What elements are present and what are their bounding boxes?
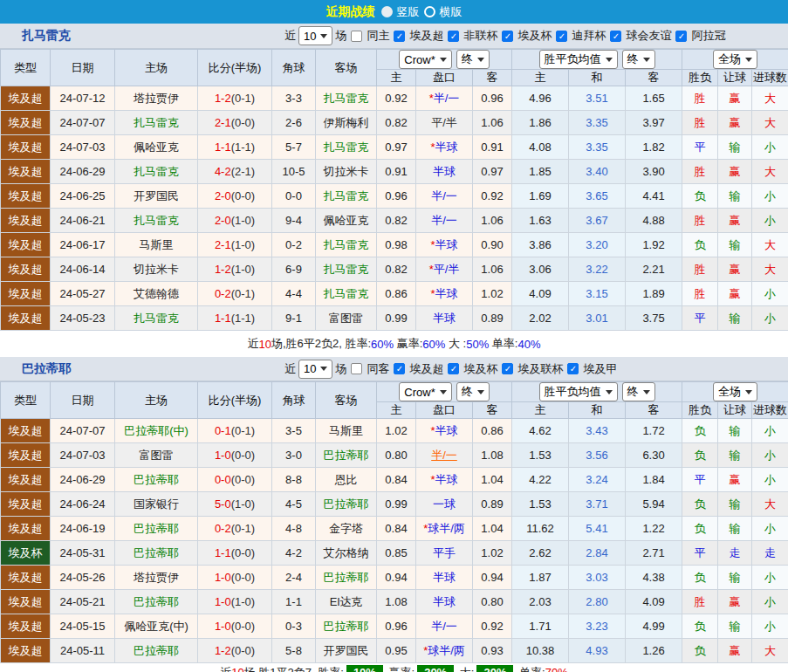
vertical-layout-radio[interactable] <box>381 6 393 17</box>
league-filter-label: 埃及联杯 <box>517 361 563 377</box>
chevron-down-icon <box>477 58 484 62</box>
final-odds-select-2[interactable]: 终 <box>622 382 655 401</box>
full-match-select[interactable]: 全场 <box>713 382 757 401</box>
avg-odds-select[interactable]: 胜平负均值 <box>539 50 618 69</box>
home-odds-cell: 0.98 <box>377 233 416 257</box>
bookmaker-select[interactable]: Crow* <box>399 382 451 401</box>
league-filter-checkbox[interactable]: ✓ <box>502 31 513 42</box>
match-row: 埃及超24-07-07扎马雷克2-1(0-0)2-6伊斯梅利0.82平/半1.0… <box>1 111 788 135</box>
score-cell: 1-2(1-0) <box>198 257 272 282</box>
match-count-select[interactable]: 10 <box>298 360 332 379</box>
score-cell: 1-1(1-1) <box>198 135 272 160</box>
avg-odds-select[interactable]: 胜平负均值 <box>539 382 618 401</box>
league-filter-label: 埃及超 <box>409 361 443 377</box>
same-home-checkbox[interactable] <box>351 31 362 42</box>
league-filter-checkbox[interactable]: ✓ <box>394 363 405 374</box>
avg-away-cell: 4.38 <box>626 566 682 590</box>
handicap-value: 半球 <box>435 424 458 437</box>
bookmaker-select[interactable]: Crow* <box>399 50 451 69</box>
avg-draw-cell: 3.40 <box>569 160 626 184</box>
league-filter-checkbox[interactable]: ✓ <box>556 31 567 42</box>
chevron-down-icon <box>477 390 484 394</box>
league-filter-checkbox[interactable]: ✓ <box>610 31 621 42</box>
col-let-ball: 让球 <box>718 70 752 86</box>
final-odds-select-2[interactable]: 终 <box>622 50 655 69</box>
avg-home-cell: 1.53 <box>512 492 569 517</box>
avg-home-cell: 4.96 <box>512 86 569 111</box>
handicap-cell: 半球 <box>416 160 473 184</box>
avg-home-cell: 4.08 <box>512 135 569 160</box>
match-row: 埃及超24-05-23扎马雷克1-1(1-1)9-1富图雷0.99半球0.892… <box>1 306 788 331</box>
let-ball-result-cell: 赢 <box>718 86 752 111</box>
score-cell: 1-2(0-1) <box>198 86 272 111</box>
goals-result-cell: 小 <box>752 614 788 639</box>
avg-draw-cell: 3.71 <box>569 492 626 517</box>
away-team-cell: 扎马雷克 <box>316 282 377 306</box>
away-odds-cell: 0.93 <box>473 639 512 663</box>
summary-segment: 20% <box>476 665 513 672</box>
league-filter-checkbox[interactable]: ✓ <box>675 31 687 42</box>
avg-away-cell: 4.41 <box>626 184 682 209</box>
avg-home-cell: 2.62 <box>512 541 569 566</box>
home-team-cell: 富图雷 <box>115 443 198 468</box>
let-ball-result-cell: 赢 <box>718 590 752 614</box>
match-row: 埃及超24-05-15佩哈亚克(中)1-0(0-0)0-3巴拉蒂耶0.96半/一… <box>1 614 788 639</box>
league-type-cell: 埃及超 <box>1 135 51 160</box>
layout-radio-group: 竖版 横版 <box>381 4 463 20</box>
final-odds-select-1[interactable]: 终 <box>456 382 490 401</box>
horizontal-layout-radio[interactable] <box>424 6 435 17</box>
result-cell: 胜 <box>682 257 718 282</box>
home-team-cell: 佩哈亚克(中) <box>115 614 198 639</box>
league-filter-checkbox[interactable]: ✓ <box>448 363 459 374</box>
let-ball-result-cell: 输 <box>718 566 752 590</box>
col-result: 胜负 <box>682 402 718 419</box>
chevron-down-icon <box>320 34 327 38</box>
corner-cell: 0-2 <box>272 233 316 257</box>
handicap-cell: 半/一 <box>416 209 473 233</box>
final-odds-select-1[interactable]: 终 <box>456 50 490 69</box>
league-filter-checkbox[interactable]: ✓ <box>502 363 513 374</box>
league-type-cell: 埃及超 <box>1 517 51 541</box>
date-cell: 24-06-21 <box>51 209 115 233</box>
home-odds-cell: 0.91 <box>377 160 416 184</box>
chevron-down-icon <box>606 390 613 394</box>
avg-draw-cell: 3.43 <box>569 419 626 443</box>
date-cell: 24-06-17 <box>51 233 115 257</box>
col-score: 比分(半场) <box>198 382 272 419</box>
half-time-score: (0-0) <box>231 571 255 584</box>
league-type-cell: 埃及超 <box>1 257 51 282</box>
full-time-score: 1-2 <box>215 92 231 105</box>
full-match-select[interactable]: 全场 <box>713 50 757 69</box>
league-filter-checkbox[interactable]: ✓ <box>394 31 405 42</box>
result-cell: 负 <box>682 614 718 639</box>
avg-draw-cell: 3.24 <box>569 468 626 492</box>
avg-home-cell: 4.09 <box>512 282 569 306</box>
result-cell: 负 <box>682 492 718 517</box>
handicap-cell: *半球 <box>416 282 473 306</box>
let-ball-result-cell: 输 <box>718 135 752 160</box>
result-cell: 负 <box>682 566 718 590</box>
goals-result-cell: 大 <box>752 639 788 663</box>
avg-away-cell: 2.71 <box>626 541 682 566</box>
away-team-cell: El达克 <box>316 590 377 614</box>
handicap-value: 半/一 <box>431 189 457 202</box>
avg-draw-cell: 2.84 <box>569 541 626 566</box>
score-cell: 4-2(2-1) <box>198 160 272 184</box>
same-away-checkbox[interactable] <box>351 363 362 374</box>
league-type-cell: 埃及超 <box>1 443 51 468</box>
home-team-cell: 扎马雷克 <box>115 160 198 184</box>
league-filter-checkbox[interactable]: ✓ <box>448 31 459 42</box>
result-cell: 负 <box>682 443 718 468</box>
league-filter-checkbox[interactable]: ✓ <box>567 363 579 374</box>
away-odds-cell: 1.04 <box>473 468 512 492</box>
avg-away-cell: 1.84 <box>626 468 682 492</box>
half-time-score: (1-1) <box>231 312 255 325</box>
corner-cell: 5-8 <box>272 639 316 663</box>
summary-segment: 近 <box>220 665 231 672</box>
home-odds-cell: 0.95 <box>377 639 416 663</box>
league-type-cell: 埃及杯 <box>1 541 51 566</box>
goals-result-cell: 大 <box>752 111 788 135</box>
match-count-select[interactable]: 10 <box>298 26 332 45</box>
col-avg-draw: 和 <box>569 402 626 419</box>
recent-label: 近 <box>284 28 296 44</box>
